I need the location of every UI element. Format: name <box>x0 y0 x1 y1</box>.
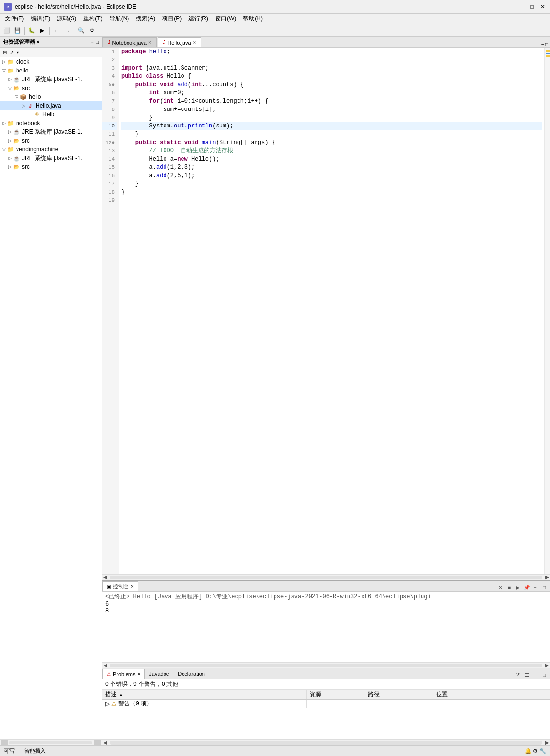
tree-label-hellojava: Hello.java <box>36 102 61 109</box>
menu-window[interactable]: 窗口(W) <box>212 14 239 24</box>
editor-tab-bar: J Notebook.java × J Hello.java × − □ <box>102 37 550 48</box>
console-max[interactable]: □ <box>540 583 548 591</box>
console-run[interactable]: ▶ <box>514 583 522 591</box>
toolbar-save[interactable]: 💾 <box>13 26 22 36</box>
tab-close-notebook[interactable]: × <box>148 40 151 45</box>
console-scroll-right[interactable]: ▶ <box>544 663 550 668</box>
ln-16: 16 <box>102 172 117 180</box>
problems-tab-close[interactable]: × <box>137 671 140 677</box>
sidebar-hscroll[interactable] <box>0 739 102 745</box>
tree-arrow-vendingmachine-jre: ▷ <box>7 154 13 162</box>
toolbar-forward[interactable]: → <box>62 26 72 36</box>
problems-scroll-left[interactable]: ◀ <box>102 740 108 745</box>
tree-label-hello-jre: JRE 系统库 [JavaSE-1. <box>22 75 82 84</box>
console-terminate[interactable]: ■ <box>505 583 513 591</box>
sidebar-view-menu[interactable]: ▾ <box>16 50 20 55</box>
tab-label-hello: Hello.java <box>167 40 191 46</box>
tree-item-notebook[interactable]: ▷ 📁 notebook <box>0 119 102 127</box>
sidebar-link-editor[interactable]: ↗ <box>9 50 15 55</box>
toolbar-new[interactable]: ⬜ <box>2 26 12 36</box>
expand-icon[interactable]: ▷ <box>105 701 110 707</box>
menu-search[interactable]: 搜索(A) <box>133 14 158 24</box>
tree-label-hello: hello <box>16 67 28 74</box>
tree-item-notebook-src[interactable]: ▷ 📂 src <box>0 136 102 145</box>
tab-close-hello[interactable]: × <box>193 40 196 45</box>
problems-row-warnings[interactable]: ▷ ⚠ 警告（9 项） <box>102 700 550 708</box>
package-icon: 📦 <box>19 93 27 101</box>
tree-arrow-hello-class <box>27 110 33 119</box>
sidebar-max-icon[interactable]: □ <box>96 39 99 45</box>
menu-edit[interactable]: 编辑(E) <box>28 14 53 24</box>
console-hscroll[interactable]: ◀ ▶ <box>102 662 550 668</box>
toolbar-settings[interactable]: ⚙ <box>87 26 97 36</box>
warning-group-label: ▷ ⚠ 警告（9 项） <box>102 700 307 708</box>
console-stopped-text: <已终止> Hello [Java 应用程序] D:\专业\ecplise\ec… <box>105 593 547 601</box>
code-line-3: import java.util.Scanner; <box>121 64 542 72</box>
tree-item-hello[interactable]: ▽ 📁 hello <box>0 66 102 75</box>
menu-run[interactable]: 运行(R) <box>185 14 211 24</box>
tree-label-clock: clock <box>16 58 29 65</box>
tab-declaration[interactable]: Declaration <box>173 669 209 679</box>
tree-item-vendingmachine-src[interactable]: ▷ 📂 src <box>0 162 102 171</box>
tab-javadoc[interactable]: Javadoc <box>145 669 173 679</box>
tree-item-vendingmachine[interactable]: ▽ 📁 vendingmachine <box>0 145 102 154</box>
problems-tab-label: Problems <box>113 671 135 677</box>
code-content[interactable]: package hello; import java.util.Scanner;… <box>119 48 544 574</box>
console-pin[interactable]: 📌 <box>523 583 531 591</box>
sidebar-collapse-icon[interactable]: − <box>91 39 94 45</box>
console-scroll-left[interactable]: ◀ <box>102 663 108 668</box>
scroll-right[interactable]: ▶ <box>544 575 550 580</box>
close-button[interactable]: ✕ <box>539 3 546 10</box>
console-tab-close[interactable]: × <box>131 584 134 589</box>
problems-menu[interactable]: ☰ <box>523 671 531 679</box>
scroll-track[interactable] <box>110 576 542 579</box>
editor-hscroll[interactable]: ◀ ▶ <box>102 574 550 580</box>
editor-tab-max[interactable]: □ <box>545 42 548 47</box>
tab-notebookjava[interactable]: J Notebook.java × <box>102 37 157 47</box>
scroll-left[interactable]: ◀ <box>102 575 108 580</box>
toolbar-debug[interactable]: 🐛 <box>27 26 37 36</box>
maximize-button[interactable]: □ <box>529 3 535 10</box>
problems-tab-bar: ⚠ Problems × Javadoc Declaration ⧩ ☰ − <box>102 668 550 679</box>
tab-hellojava[interactable]: J Hello.java × <box>158 37 202 47</box>
problems-icon: ⚠ <box>107 671 111 677</box>
menu-project[interactable]: 项目(P) <box>159 14 184 24</box>
code-line-2 <box>121 56 542 64</box>
sidebar-collapse-all[interactable]: ⊟ <box>2 50 8 55</box>
tree-item-hello-pkg[interactable]: ▽ 📦 hello <box>0 92 102 101</box>
menu-refactor[interactable]: 重构(T) <box>80 14 105 24</box>
tree-item-hellojava[interactable]: ▷ J Hello.java <box>0 101 102 110</box>
window-title: ecplise - hello/src/hello/Hello.java - E… <box>15 3 518 10</box>
menu-help[interactable]: 帮助(H) <box>240 14 266 24</box>
tab-problems[interactable]: ⚠ Problems × <box>102 669 145 679</box>
toolbar-back[interactable]: ← <box>52 26 61 36</box>
tree-item-hello-class[interactable]: © Hello <box>0 110 102 119</box>
tree-item-hello-src[interactable]: ▽ 📂 src <box>0 84 102 92</box>
console-icon: ▣ <box>107 584 111 589</box>
problems-hscroll[interactable]: ◀ ▶ <box>102 739 550 745</box>
console-clear[interactable]: ✕ <box>496 583 504 591</box>
tree-item-hello-jre[interactable]: ▷ ☕ JRE 系统库 [JavaSE-1. <box>0 75 102 84</box>
toolbar-run[interactable]: ▶ <box>37 26 47 36</box>
menu-source[interactable]: 源码(S) <box>54 14 79 24</box>
code-editor[interactable]: 1 2 3 4 5● 6 7 8 9 10 11 12● 13 14 15 16… <box>102 48 550 574</box>
problems-scroll-track[interactable] <box>110 741 542 745</box>
minimize-button[interactable]: — <box>518 3 525 10</box>
tree-label-hello-src: src <box>22 85 30 91</box>
problems-filter[interactable]: ⧩ <box>514 671 522 679</box>
editor-tab-min[interactable]: − <box>541 42 544 47</box>
problems-min[interactable]: − <box>532 671 539 679</box>
problems-max[interactable]: □ <box>540 671 548 679</box>
toolbar-search[interactable]: 🔍 <box>76 26 86 36</box>
console-min[interactable]: − <box>532 583 539 591</box>
toolbar: ⬜ 💾 🐛 ▶ ← → 🔍 ⚙ <box>0 24 550 37</box>
warning-location <box>433 700 550 708</box>
tree-item-notebook-jre[interactable]: ▷ ☕ JRE 系统库 [JavaSE-1. <box>0 127 102 136</box>
menu-navigate[interactable]: 导航(N) <box>107 14 132 24</box>
problems-scroll-right[interactable]: ▶ <box>544 740 550 745</box>
menu-file[interactable]: 文件(F) <box>2 14 27 24</box>
tab-console[interactable]: ▣ 控制台 × <box>102 581 138 591</box>
tree-item-vendingmachine-jre[interactable]: ▷ ☕ JRE 系统库 [JavaSE-1. <box>0 154 102 162</box>
tree-item-clock[interactable]: ▷ 📁 clock <box>0 57 102 66</box>
console-scroll-track[interactable] <box>110 664 542 667</box>
